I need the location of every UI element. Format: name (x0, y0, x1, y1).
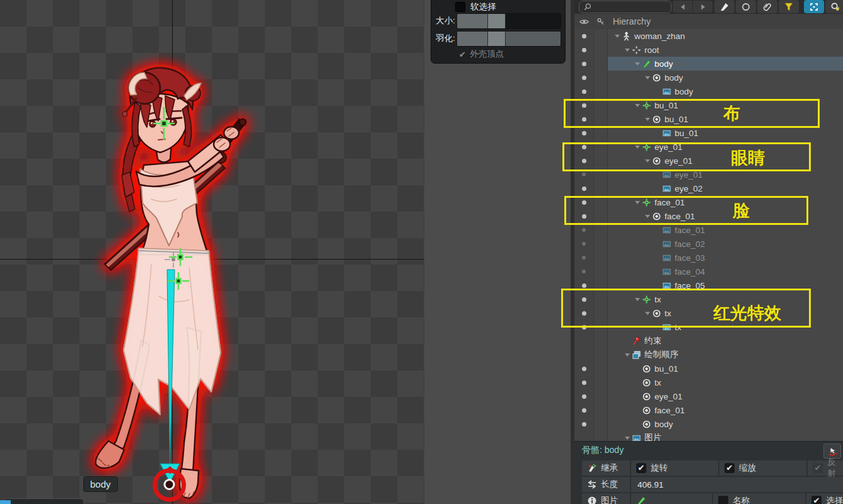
tree-row-slot[interactable]: body (574, 71, 843, 84)
visibility-dot-cell[interactable] (574, 126, 594, 140)
visibility-dot[interactable] (582, 214, 586, 219)
hull-vertices-check-icon[interactable]: ✔ (459, 50, 466, 59)
tree-row-slot[interactable]: eye_01 (574, 154, 843, 168)
visibility-dot-cell[interactable] (574, 251, 594, 265)
soft-select-checkbox[interactable] (455, 2, 465, 12)
visibility-dot-cell[interactable] (574, 112, 594, 126)
tree-row-slot[interactable]: tx (574, 375, 843, 389)
feather-slider[interactable] (456, 31, 561, 47)
visibility-dot-cell[interactable] (574, 292, 594, 306)
attach-tool-button[interactable] (757, 0, 777, 13)
visibility-dot-cell[interactable] (574, 417, 594, 431)
visibility-dot[interactable] (582, 270, 586, 273)
visibility-dot[interactable] (582, 117, 586, 122)
expand-arrow[interactable] (643, 76, 652, 79)
reflect-checkbox[interactable]: ✔ (813, 463, 823, 473)
pose-copy-button[interactable] (823, 444, 841, 459)
tree-row-slot[interactable]: bu_01 (574, 112, 843, 126)
tree-row-image[interactable]: face_02 (574, 237, 843, 251)
visibility-dot[interactable] (582, 131, 586, 135)
expand-arrow[interactable] (643, 215, 652, 218)
pose-tool-button[interactable] (714, 0, 735, 13)
expand-arrow[interactable] (643, 118, 652, 121)
visibility-dot[interactable] (582, 145, 586, 149)
visibility-dot-cell[interactable] (574, 71, 594, 84)
tree-row-image[interactable]: face_05 (574, 278, 843, 292)
expand-arrow[interactable] (633, 146, 642, 149)
visibility-dot[interactable] (582, 325, 586, 329)
visibility-dot-cell[interactable] (574, 334, 594, 348)
tree-row-bone[interactable]: eye_01 (574, 140, 843, 154)
tree-row-image[interactable]: eye_02 (574, 181, 843, 195)
circle-tool-button[interactable] (736, 0, 756, 13)
visibility-dot[interactable] (582, 367, 586, 371)
viewport-canvas[interactable]: body (0, 0, 424, 504)
select-checkbox[interactable]: ✔ (811, 496, 822, 504)
expand-arrow[interactable] (623, 49, 632, 52)
visibility-dot-cell[interactable] (574, 168, 594, 181)
filter-button[interactable] (779, 0, 799, 13)
visibility-dot-cell[interactable] (574, 140, 594, 154)
tree-row-constraint[interactable]: 约束 (574, 334, 843, 348)
tree-row-bone[interactable]: bu_01 (574, 98, 843, 112)
visibility-dot-cell[interactable] (574, 237, 594, 251)
expand-arrow[interactable] (633, 298, 642, 301)
visibility-dot[interactable] (582, 62, 586, 66)
tree-row-slot[interactable]: tx (574, 306, 843, 320)
tree-row-slot[interactable]: eye_01 (574, 389, 843, 403)
expand-arrow[interactable] (633, 201, 642, 204)
visibility-dot[interactable] (582, 48, 586, 52)
tree-row-slot[interactable]: face_01 (574, 209, 843, 223)
visibility-dot-cell[interactable] (574, 348, 594, 362)
feather-slider-handle[interactable] (487, 32, 506, 46)
visibility-dot-cell[interactable] (574, 389, 594, 403)
visibility-dot[interactable] (582, 311, 586, 316)
visibility-dot[interactable] (582, 408, 586, 413)
back-button[interactable] (673, 1, 692, 13)
visibility-dot[interactable] (582, 381, 586, 385)
visibility-dot-cell[interactable] (574, 209, 594, 223)
tree-row-image[interactable]: eye_01 (574, 168, 843, 181)
tree-row-root[interactable]: root (574, 43, 843, 57)
visibility-dot-cell[interactable] (574, 57, 594, 71)
visibility-dot-cell[interactable] (574, 320, 594, 334)
visibility-dot-cell[interactable] (574, 375, 594, 389)
visibility-dot[interactable] (582, 297, 586, 302)
tree-row-slot[interactable]: bu_01 (574, 362, 843, 375)
visibility-dot[interactable] (582, 228, 586, 232)
expand-arrow[interactable] (633, 62, 642, 66)
visibility-dot[interactable] (582, 394, 586, 399)
search-input[interactable] (595, 2, 666, 12)
visibility-dot[interactable] (582, 284, 586, 288)
visibility-dot-cell[interactable] (574, 43, 594, 57)
visibility-dot[interactable] (582, 242, 586, 246)
visibility-dot-cell[interactable] (574, 98, 594, 112)
visibility-dot-cell[interactable] (574, 278, 594, 292)
tree-row-slot[interactable]: body (574, 417, 843, 431)
expand-arrow[interactable] (623, 437, 632, 440)
visibility-dot-cell[interactable] (574, 223, 594, 237)
tree-row-image[interactable]: 图片 (574, 431, 843, 441)
tree-row-bone[interactable]: tx (574, 292, 843, 306)
visibility-dot-cell[interactable] (574, 403, 594, 417)
tree-row-image[interactable]: bu_01 (574, 126, 843, 140)
visibility-dot-cell[interactable] (574, 29, 594, 43)
name-checkbox[interactable] (718, 496, 728, 504)
tree-row-image[interactable]: face_01 (574, 223, 843, 237)
tree-row-draworder[interactable]: 绘制顺序 (574, 348, 843, 362)
tree-row-image[interactable]: tx (574, 320, 843, 334)
visibility-dot-cell[interactable] (574, 431, 594, 441)
search-box[interactable] (579, 1, 671, 13)
tree-row-image[interactable]: body (574, 84, 843, 98)
tree-row-skeleton[interactable]: woman_zhan (574, 29, 843, 43)
forward-button[interactable] (692, 1, 712, 13)
visibility-dot[interactable] (582, 173, 586, 176)
expand-arrow[interactable] (623, 353, 632, 357)
rotate-checkbox[interactable]: ✔ (636, 463, 646, 473)
visibility-dot[interactable] (582, 34, 586, 38)
visibility-dot-cell[interactable] (574, 154, 594, 168)
visibility-dot[interactable] (582, 159, 586, 163)
tree-row-bone[interactable]: face_01 (574, 195, 843, 209)
visibility-dot-cell[interactable] (574, 362, 594, 375)
visibility-dot-cell[interactable] (574, 84, 594, 98)
